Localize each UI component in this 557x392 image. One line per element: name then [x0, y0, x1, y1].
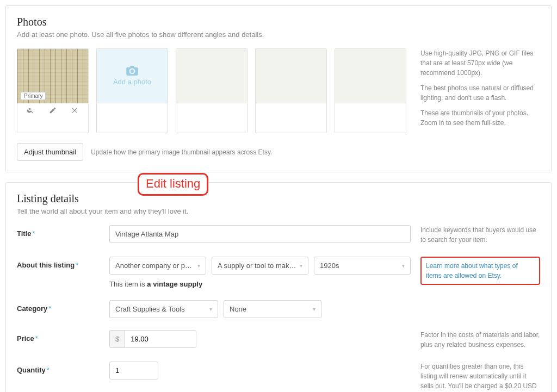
photo-slot-1-wrap: Primary — [17, 48, 89, 133]
photos-panel: Photos Add at least one photo. Use all f… — [5, 5, 552, 172]
listing-details-panel: Edit listing Listing details Tell the wo… — [5, 182, 552, 392]
item-is-text: This item is a vintage supply — [109, 280, 411, 288]
photo-actions-empty-4 — [256, 103, 326, 119]
photos-help-1: Use high-quality JPG, PNG or GIF files t… — [420, 48, 540, 78]
chevron-down-icon: ▾ — [313, 306, 315, 312]
photos-subtitle: Add at least one photo. Use all five pho… — [17, 30, 540, 39]
details-title: Listing details — [17, 192, 540, 205]
row-quantity: Quantity* For quantities greater than on… — [17, 362, 540, 392]
main-about: Another company or pers▾ A supply or too… — [109, 257, 411, 288]
price-input[interactable] — [125, 331, 196, 347]
chevron-down-icon: ▾ — [197, 263, 200, 269]
adjust-thumbnail-button[interactable]: Adjust thumbnail — [17, 143, 83, 161]
about-what-select[interactable]: A supply or tool to make t▾ — [212, 257, 308, 275]
help-quantity: For quantities greater than one, this li… — [420, 362, 540, 392]
currency-symbol: $ — [110, 331, 125, 347]
annotation-edit-listing: Edit listing — [138, 173, 208, 196]
primary-badge: Primary — [21, 92, 46, 100]
photo-actions-empty — [97, 103, 168, 119]
chevron-down-icon: ▾ — [209, 306, 212, 312]
row-title: Title* Include keywords that buyers woul… — [17, 225, 540, 245]
category-secondary-select[interactable]: None▾ — [224, 300, 321, 318]
allowed-items-link-box: Learn more about what types of items are… — [420, 257, 540, 285]
adjust-thumbnail-hint: Update how the primary image thumbnail a… — [91, 148, 272, 156]
photos-row: Primary Add a photo — [17, 48, 540, 133]
photos-title: Photos — [17, 16, 540, 28]
edit-icon[interactable] — [48, 107, 57, 116]
row-category: Category* Craft Supplies & Tools▾ None▾ — [17, 300, 540, 318]
zoom-icon[interactable] — [26, 107, 35, 116]
row-about: About this listing* Another company or p… — [17, 257, 540, 288]
photo-slot-2-wrap: Add a photo — [96, 48, 168, 133]
help-price: Factor in the costs of materials and lab… — [420, 330, 540, 350]
photo-slot-3-wrap — [176, 48, 247, 133]
photo-slot-5-wrap — [335, 48, 406, 133]
main-title — [109, 225, 411, 243]
main-quantity — [109, 362, 411, 379]
photo-slot-5[interactable] — [335, 49, 406, 103]
adjust-thumb-row: Adjust thumbnail Update how the primary … — [17, 143, 540, 161]
photo-actions-empty-3 — [176, 103, 247, 119]
photo-slot-1[interactable]: Primary — [17, 49, 88, 103]
delete-icon[interactable] — [71, 107, 79, 116]
label-about: About this listing* — [17, 257, 109, 269]
photo-actions-empty-5 — [335, 103, 406, 119]
camera-icon — [126, 66, 138, 76]
add-photo-label: Add a photo — [113, 78, 151, 86]
label-quantity: Quantity* — [17, 362, 109, 374]
main-category: Craft Supplies & Tools▾ None▾ — [109, 300, 411, 318]
about-who-select[interactable]: Another company or pers▾ — [109, 257, 206, 275]
help-about: Learn more about what types of items are… — [420, 257, 540, 285]
photo-slot-4-wrap — [255, 48, 327, 133]
title-input[interactable] — [109, 225, 411, 243]
row-price: Price* $ Factor in the costs of material… — [17, 330, 540, 350]
photo-slot-4[interactable] — [256, 49, 326, 103]
quantity-input[interactable] — [109, 362, 158, 379]
details-subtitle: Tell the world all about your item and w… — [17, 207, 540, 215]
allowed-items-link[interactable]: Learn more about what types of items are… — [426, 262, 518, 279]
label-price: Price* — [17, 330, 109, 343]
chevron-down-icon: ▾ — [300, 263, 302, 269]
category-primary-select[interactable]: Craft Supplies & Tools▾ — [109, 300, 218, 318]
photo-slot-2-add[interactable]: Add a photo — [97, 49, 168, 103]
photo-slots: Primary Add a photo — [17, 48, 413, 133]
label-category: Category* — [17, 300, 109, 313]
photos-help: Use high-quality JPG, PNG or GIF files t… — [420, 48, 540, 133]
main-price: $ — [109, 330, 411, 348]
photo-actions — [17, 103, 88, 119]
photos-help-3: These are thumbnails of your photos. Zoo… — [420, 108, 540, 128]
label-title: Title* — [17, 225, 109, 238]
help-title: Include keywords that buyers would use t… — [420, 225, 540, 245]
photo-slot-3[interactable] — [176, 49, 247, 103]
price-input-wrap: $ — [109, 330, 196, 348]
about-when-select[interactable]: 1920s▾ — [314, 257, 411, 275]
photos-help-2: The best photos use natural or diffused … — [420, 83, 540, 103]
chevron-down-icon: ▾ — [402, 263, 405, 269]
